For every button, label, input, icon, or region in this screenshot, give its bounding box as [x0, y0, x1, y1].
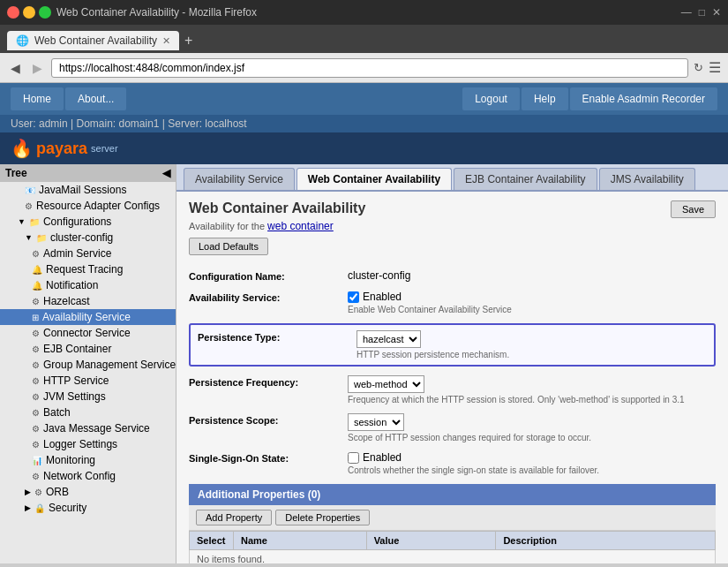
address-input[interactable]: [51, 58, 688, 78]
about-button[interactable]: About...: [65, 87, 126, 110]
persistence-freq-hint: Frequency at which the HTTP session is s…: [348, 395, 716, 404]
sidebar-item-label: Batch: [43, 406, 71, 419]
sidebar-item-cluster-config[interactable]: ▼ 📁 cluster-config: [0, 230, 176, 246]
sidebar-item-network-config[interactable]: ⚙ Network Config: [0, 468, 176, 484]
sidebar-collapse-icon[interactable]: ◀: [162, 167, 170, 179]
sidebar-item-availability-service[interactable]: ⊞ Availability Service: [0, 309, 176, 325]
tab-web-container-availability[interactable]: Web Container Availability: [296, 168, 452, 190]
sidebar-item-label: Connector Service: [43, 327, 131, 339]
logo-name: payara: [36, 140, 87, 158]
availability-enabled-checkbox[interactable]: [348, 291, 359, 303]
tab-label: Web Container Availability: [308, 173, 440, 185]
titlebar: Web Container Availability - Mozilla Fir…: [0, 0, 728, 25]
table-row-empty: No items found.: [190, 550, 716, 564]
th-value: Value: [366, 532, 496, 550]
web-link[interactable]: web container: [267, 220, 334, 232]
sidebar-item-label: Notification: [46, 279, 98, 291]
enable-asadmin-recorder-button[interactable]: Enable Asadmin Recorder: [570, 87, 717, 110]
expand-icon: ▼: [25, 233, 33, 242]
refresh-button[interactable]: ↻: [694, 61, 703, 74]
sidebar-item-javamail[interactable]: 📧 JavaMail Sessions: [0, 182, 176, 198]
load-defaults-button[interactable]: Load Defaults: [189, 238, 268, 255]
sidebar-item-resource-adapter[interactable]: ⚙ Resource Adapter Configs: [0, 198, 176, 214]
sidebar-item-notification[interactable]: 🔔 Notification: [0, 277, 176, 293]
sidebar-item-jms[interactable]: ⚙ Java Message Service: [0, 420, 176, 436]
sidebar-item-ejb-container[interactable]: ⚙ EJB Container: [0, 341, 176, 357]
availability-enabled-text: Enabled: [363, 291, 402, 303]
back-button[interactable]: ◀: [7, 59, 24, 77]
sidebar-item-group-management[interactable]: ⚙ Group Management Service: [0, 357, 176, 373]
persistence-type-select[interactable]: hazelcast: [356, 330, 421, 348]
sso-enabled-checkbox[interactable]: [348, 452, 359, 464]
monitoring-icon: 📊: [32, 456, 42, 465]
sidebar-item-security[interactable]: ▶ 🔒 Security: [0, 500, 176, 516]
config-name-text: cluster-config: [348, 269, 410, 282]
persistence-scope-select[interactable]: session: [348, 413, 404, 431]
th-description: Description: [496, 532, 716, 550]
ejb-icon: ⚙: [32, 344, 40, 354]
config-name-row: Configuration Name: cluster-config: [189, 269, 716, 282]
sidebar: Tree ◀ 📧 JavaMail Sessions ⚙ Resource Ad…: [0, 164, 176, 563]
th-select: Select: [190, 532, 234, 550]
add-property-button[interactable]: Add Property: [196, 510, 272, 525]
save-button-top[interactable]: Save: [671, 200, 716, 218]
delete-properties-button[interactable]: Delete Properties: [275, 510, 370, 525]
sidebar-item-system-properties[interactable]: ⚙ System Properties: [0, 516, 176, 518]
jms-icon: ⚙: [32, 424, 40, 434]
sidebar-item-http-service[interactable]: ⚙ HTTP Service: [0, 373, 176, 389]
home-button[interactable]: Home: [11, 87, 64, 110]
menu-icon-1: —: [681, 6, 692, 19]
cluster-icon: 📁: [36, 233, 47, 243]
sidebar-item-hazelcast[interactable]: ⚙ Hazelcast: [0, 293, 176, 309]
sidebar-item-connector-service[interactable]: ⚙ Connector Service: [0, 325, 176, 341]
properties-table: Select Name Value Description No items f…: [189, 531, 716, 563]
th-name: Name: [234, 532, 367, 550]
persistence-type-row: Persistence Type: hazelcast HTTP session…: [198, 330, 707, 359]
expand-icon: ▼: [18, 217, 26, 226]
sidebar-item-configurations[interactable]: ▼ 📁 Configurations: [0, 214, 176, 230]
sso-row: Single-Sign-On State: Enabled Controls w…: [189, 451, 716, 475]
sidebar-item-jvm-settings[interactable]: ⚙ JVM Settings: [0, 389, 176, 404]
help-button[interactable]: Help: [522, 87, 568, 110]
sidebar-item-request-tracing[interactable]: 🔔 Request Tracing: [0, 261, 176, 277]
persistence-freq-select[interactable]: web-method: [348, 375, 424, 393]
tab-ejb-container-availability[interactable]: EJB Container Availability: [454, 168, 597, 190]
sidebar-item-monitoring[interactable]: 📊 Monitoring: [0, 452, 176, 468]
sidebar-item-label: Monitoring: [46, 454, 95, 466]
no-items-text: No items found.: [190, 550, 716, 564]
browser-tab-active[interactable]: 🌐 Web Container Availability ✕: [7, 31, 179, 50]
availability-service-row: Availability Service: Enabled Enable Web…: [189, 291, 716, 314]
sidebar-item-logger[interactable]: ⚙ Logger Settings: [0, 436, 176, 452]
close-button[interactable]: [7, 6, 19, 19]
sidebar-item-label: Admin Service: [43, 247, 111, 260]
sidebar-item-label: Configurations: [43, 215, 111, 228]
tab-jms-availability[interactable]: JMS Availability: [599, 168, 695, 190]
window-controls[interactable]: [7, 6, 51, 19]
sidebar-item-orb[interactable]: ▶ ⚙ ORB: [0, 484, 176, 500]
sidebar-item-label: Resource Adapter Configs: [36, 200, 160, 212]
new-tab-button[interactable]: +: [179, 31, 198, 50]
sidebar-item-label: ORB: [46, 486, 69, 498]
minimize-button[interactable]: [23, 6, 35, 19]
forward-button[interactable]: ▶: [29, 59, 46, 77]
tab-close-button[interactable]: ✕: [162, 35, 170, 47]
availability-enabled-label[interactable]: Enabled: [348, 291, 716, 303]
browser-menu-button[interactable]: ☰: [709, 59, 721, 76]
tab-availability-service[interactable]: Availability Service: [184, 168, 295, 190]
sidebar-item-label: JavaMail Sessions: [39, 184, 126, 196]
content-body: Web Container Availability Availability …: [176, 192, 728, 563]
page-subtitle: Availability for the web container: [189, 220, 365, 232]
sidebar-tree-label: Tree: [5, 167, 27, 179]
sidebar-item-admin-service[interactable]: ⚙ Admin Service: [0, 246, 176, 261]
sidebar-item-batch[interactable]: ⚙ Batch: [0, 404, 176, 420]
persistence-freq-label: Persistence Frequency:: [189, 375, 348, 388]
tab-favicon: 🌐: [16, 34, 29, 47]
logout-button[interactable]: Logout: [462, 87, 520, 110]
page-header-row: Web Container Availability Availability …: [189, 200, 716, 266]
maximize-button[interactable]: [39, 6, 51, 19]
expand-icon: ▶: [25, 503, 31, 512]
persistence-scope-label: Persistence Scope:: [189, 413, 348, 426]
browser-tab-label: Web Container Availability: [34, 34, 157, 47]
page-title: Web Container Availability: [189, 200, 365, 216]
sso-enabled-label[interactable]: Enabled: [348, 451, 716, 464]
